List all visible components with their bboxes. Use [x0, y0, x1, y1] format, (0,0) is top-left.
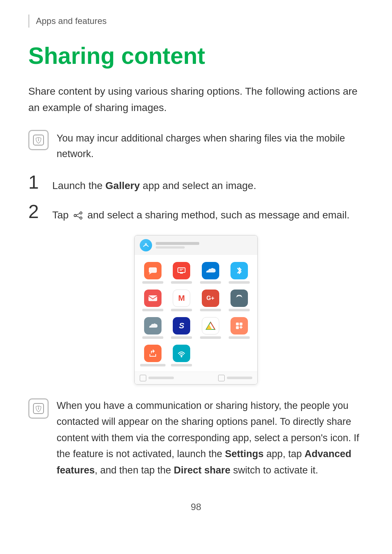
- svg-point-28: [38, 406, 39, 407]
- app-item-add: [225, 314, 254, 342]
- svg-marker-18: [206, 324, 212, 329]
- screenshot-grid: M G+: [135, 255, 257, 372]
- app-item-googledrive: [196, 314, 225, 342]
- svg-line-6: [76, 214, 80, 215]
- app-item-smartview: [167, 259, 196, 287]
- step-1-text: Launch the Gallery app and select an ima…: [52, 175, 256, 194]
- footer-right-text: [227, 377, 252, 379]
- page-number: 98: [28, 500, 364, 514]
- note-1-text: You may incur additional charges when sh…: [57, 129, 364, 162]
- step-1: 1 Launch the Gallery app and select an i…: [28, 175, 364, 194]
- app-item-empty2: [225, 342, 254, 369]
- page-title: Sharing content: [28, 38, 364, 73]
- svg-marker-10: [149, 273, 152, 275]
- screenshot-container: M G+: [28, 235, 364, 385]
- app-item-duo: [225, 287, 254, 314]
- screenshot-header-text-lines: [156, 242, 199, 249]
- svg-rect-21: [240, 323, 242, 325]
- step-number-2: 2: [28, 202, 44, 221]
- svg-line-7: [76, 216, 80, 218]
- svg-point-4: [80, 217, 82, 219]
- breadcrumb: Apps and features: [28, 15, 364, 28]
- intro-text: Share content by using various sharing o…: [28, 83, 364, 116]
- footer-left-icon: [140, 375, 146, 381]
- screenshot-header-icon: [140, 239, 152, 251]
- svg-rect-22: [236, 326, 239, 329]
- note-icon-2: [28, 398, 49, 419]
- app-item-onedrive: [196, 259, 225, 287]
- footer-item-right: [218, 375, 252, 381]
- svg-point-3: [80, 212, 82, 214]
- svg-point-2: [38, 138, 39, 138]
- svg-rect-16: [148, 295, 157, 301]
- step-number-1: 1: [28, 173, 44, 192]
- note-box-1: You may incur additional charges when sh…: [28, 129, 364, 162]
- note-2-text: When you have a communication or sharing…: [57, 398, 364, 479]
- footer-left-text: [148, 377, 174, 379]
- app-item-empty1: [196, 342, 225, 369]
- app-item-share: [138, 342, 167, 369]
- app-item-bluetooth: [225, 259, 254, 287]
- screenshot-footer: [135, 372, 257, 384]
- footer-right-icon: [218, 375, 225, 381]
- svg-point-5: [74, 214, 76, 217]
- svg-point-8: [145, 243, 147, 245]
- screenshot-header: [135, 235, 257, 255]
- app-item-gmail: M: [167, 287, 196, 314]
- app-item-wifidirect: [167, 342, 196, 369]
- note-icon-1: [28, 130, 49, 150]
- app-item-email: [138, 287, 167, 314]
- steps: 1 Launch the Gallery app and select an i…: [28, 175, 364, 223]
- footer-item-left: [140, 375, 174, 381]
- app-item-samsung: S: [167, 314, 196, 342]
- app-item-messages: [138, 259, 167, 287]
- screenshot: M G+: [134, 235, 258, 385]
- app-item-googleplus: G+: [196, 287, 225, 314]
- app-item-cloud: [138, 314, 167, 342]
- step-2-text: Tap and select a sharing method, such as…: [52, 204, 350, 223]
- svg-point-25: [181, 356, 182, 357]
- svg-rect-20: [236, 323, 239, 325]
- step-2: 2 Tap and select a sharing method, such …: [28, 204, 364, 223]
- svg-rect-9: [149, 267, 157, 273]
- note-box-2: When you have a communication or sharing…: [28, 398, 364, 479]
